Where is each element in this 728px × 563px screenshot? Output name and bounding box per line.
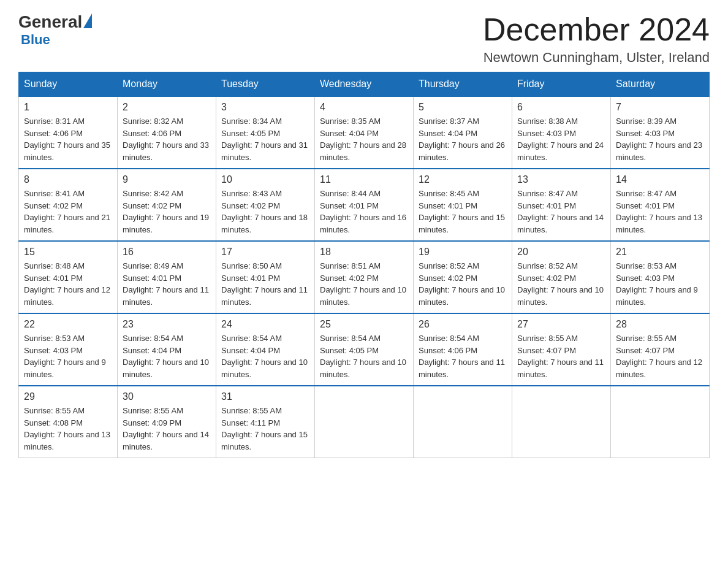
day-number: 5 (419, 102, 507, 113)
calendar-cell: 5 Sunrise: 8:37 AMSunset: 4:04 PMDayligh… (414, 96, 512, 169)
calendar-cell: 14 Sunrise: 8:47 AMSunset: 4:01 PMDaylig… (611, 169, 710, 241)
calendar-cell: 22 Sunrise: 8:53 AMSunset: 4:03 PMDaylig… (19, 313, 118, 386)
day-info: Sunrise: 8:55 AMSunset: 4:09 PMDaylight:… (123, 406, 209, 451)
day-number: 1 (24, 102, 112, 113)
week-row: 29 Sunrise: 8:55 AMSunset: 4:08 PMDaylig… (19, 386, 710, 458)
day-info: Sunrise: 8:51 AMSunset: 4:02 PMDaylight:… (320, 261, 406, 307)
month-title: December 2024 (483, 12, 710, 47)
day-number: 7 (616, 102, 704, 113)
day-info: Sunrise: 8:38 AMSunset: 4:03 PMDaylight:… (517, 117, 604, 162)
day-info: Sunrise: 8:49 AMSunset: 4:01 PMDaylight:… (123, 261, 209, 307)
week-row: 22 Sunrise: 8:53 AMSunset: 4:03 PMDaylig… (19, 313, 710, 386)
calendar-cell: 1 Sunrise: 8:31 AMSunset: 4:06 PMDayligh… (19, 96, 118, 169)
day-info: Sunrise: 8:52 AMSunset: 4:02 PMDaylight:… (419, 261, 505, 307)
day-info: Sunrise: 8:45 AMSunset: 4:01 PMDaylight:… (419, 189, 505, 234)
calendar-cell: 12 Sunrise: 8:45 AMSunset: 4:01 PMDaylig… (414, 169, 512, 241)
calendar-cell: 13 Sunrise: 8:47 AMSunset: 4:01 PMDaylig… (512, 169, 611, 241)
calendar-cell: 8 Sunrise: 8:41 AMSunset: 4:02 PMDayligh… (19, 169, 118, 241)
day-info: Sunrise: 8:31 AMSunset: 4:06 PMDaylight:… (24, 117, 110, 162)
calendar-cell: 15 Sunrise: 8:48 AMSunset: 4:01 PMDaylig… (19, 241, 118, 313)
calendar-cell: 10 Sunrise: 8:43 AMSunset: 4:02 PMDaylig… (216, 169, 315, 241)
day-info: Sunrise: 8:55 AMSunset: 4:11 PMDaylight:… (221, 406, 308, 451)
logo: General Blue (18, 12, 93, 48)
calendar-cell (512, 386, 611, 458)
day-number: 13 (517, 174, 605, 185)
day-number: 24 (221, 319, 309, 330)
day-info: Sunrise: 8:54 AMSunset: 4:04 PMDaylight:… (221, 334, 308, 379)
day-number: 16 (123, 247, 211, 258)
day-number: 27 (517, 319, 605, 330)
week-row: 15 Sunrise: 8:48 AMSunset: 4:01 PMDaylig… (19, 241, 710, 313)
calendar-cell: 25 Sunrise: 8:54 AMSunset: 4:05 PMDaylig… (315, 313, 414, 386)
calendar-cell: 29 Sunrise: 8:55 AMSunset: 4:08 PMDaylig… (19, 386, 118, 458)
calendar-cell: 26 Sunrise: 8:54 AMSunset: 4:06 PMDaylig… (414, 313, 512, 386)
calendar-cell: 28 Sunrise: 8:55 AMSunset: 4:07 PMDaylig… (611, 313, 710, 386)
day-number: 19 (419, 247, 507, 258)
calendar-cell: 19 Sunrise: 8:52 AMSunset: 4:02 PMDaylig… (414, 241, 512, 313)
day-info: Sunrise: 8:39 AMSunset: 4:03 PMDaylight:… (616, 117, 702, 162)
day-number: 26 (419, 319, 507, 330)
day-number: 6 (517, 102, 605, 113)
day-info: Sunrise: 8:53 AMSunset: 4:03 PMDaylight:… (24, 334, 106, 379)
day-info: Sunrise: 8:47 AMSunset: 4:01 PMDaylight:… (616, 189, 702, 234)
calendar-cell (315, 386, 414, 458)
week-row: 1 Sunrise: 8:31 AMSunset: 4:06 PMDayligh… (19, 96, 710, 169)
column-header-thursday: Thursday (414, 72, 512, 97)
day-number: 12 (419, 174, 507, 185)
calendar-cell: 11 Sunrise: 8:44 AMSunset: 4:01 PMDaylig… (315, 169, 414, 241)
calendar-cell: 17 Sunrise: 8:50 AMSunset: 4:01 PMDaylig… (216, 241, 315, 313)
day-number: 18 (320, 247, 408, 258)
calendar-cell: 21 Sunrise: 8:53 AMSunset: 4:03 PMDaylig… (611, 241, 710, 313)
week-row: 8 Sunrise: 8:41 AMSunset: 4:02 PMDayligh… (19, 169, 710, 241)
day-info: Sunrise: 8:34 AMSunset: 4:05 PMDaylight:… (221, 117, 308, 162)
calendar-cell: 7 Sunrise: 8:39 AMSunset: 4:03 PMDayligh… (611, 96, 710, 169)
column-header-sunday: Sunday (19, 72, 118, 97)
column-header-friday: Friday (512, 72, 611, 97)
day-info: Sunrise: 8:35 AMSunset: 4:04 PMDaylight:… (320, 117, 406, 162)
day-number: 28 (616, 319, 704, 330)
page-header: General Blue December 2024 Newtown Cunni… (18, 12, 710, 66)
title-block: December 2024 Newtown Cunningham, Ulster… (483, 12, 710, 66)
calendar-cell: 6 Sunrise: 8:38 AMSunset: 4:03 PMDayligh… (512, 96, 611, 169)
day-info: Sunrise: 8:48 AMSunset: 4:01 PMDaylight:… (24, 261, 110, 307)
day-number: 8 (24, 174, 112, 185)
calendar-cell: 31 Sunrise: 8:55 AMSunset: 4:11 PMDaylig… (216, 386, 315, 458)
calendar-cell (611, 386, 710, 458)
day-number: 23 (123, 319, 211, 330)
day-number: 21 (616, 247, 704, 258)
calendar-cell: 20 Sunrise: 8:52 AMSunset: 4:02 PMDaylig… (512, 241, 611, 313)
day-info: Sunrise: 8:55 AMSunset: 4:07 PMDaylight:… (616, 334, 702, 379)
calendar-cell: 3 Sunrise: 8:34 AMSunset: 4:05 PMDayligh… (216, 96, 315, 169)
day-info: Sunrise: 8:37 AMSunset: 4:04 PMDaylight:… (419, 117, 505, 162)
day-number: 17 (221, 247, 309, 258)
day-number: 9 (123, 174, 211, 185)
day-number: 2 (123, 102, 211, 113)
calendar-cell: 23 Sunrise: 8:54 AMSunset: 4:04 PMDaylig… (118, 313, 216, 386)
calendar-cell (414, 386, 512, 458)
day-number: 10 (221, 174, 309, 185)
column-header-saturday: Saturday (611, 72, 710, 97)
column-header-monday: Monday (118, 72, 216, 97)
day-number: 11 (320, 174, 408, 185)
day-info: Sunrise: 8:32 AMSunset: 4:06 PMDaylight:… (123, 117, 209, 162)
day-info: Sunrise: 8:53 AMSunset: 4:03 PMDaylight:… (616, 261, 698, 307)
day-info: Sunrise: 8:47 AMSunset: 4:01 PMDaylight:… (517, 189, 604, 234)
day-info: Sunrise: 8:43 AMSunset: 4:02 PMDaylight:… (221, 189, 308, 234)
calendar-cell: 30 Sunrise: 8:55 AMSunset: 4:09 PMDaylig… (118, 386, 216, 458)
day-number: 20 (517, 247, 605, 258)
day-number: 29 (24, 391, 112, 402)
calendar-cell: 2 Sunrise: 8:32 AMSunset: 4:06 PMDayligh… (118, 96, 216, 169)
day-info: Sunrise: 8:41 AMSunset: 4:02 PMDaylight:… (24, 189, 110, 234)
day-number: 31 (221, 391, 309, 402)
day-info: Sunrise: 8:50 AMSunset: 4:01 PMDaylight:… (221, 261, 308, 307)
logo-triangle-icon (83, 13, 92, 28)
calendar-table: SundayMondayTuesdayWednesdayThursdayFrid… (18, 72, 710, 458)
day-info: Sunrise: 8:44 AMSunset: 4:01 PMDaylight:… (320, 189, 406, 234)
calendar-cell: 24 Sunrise: 8:54 AMSunset: 4:04 PMDaylig… (216, 313, 315, 386)
day-info: Sunrise: 8:42 AMSunset: 4:02 PMDaylight:… (123, 189, 209, 234)
day-number: 15 (24, 247, 112, 258)
day-number: 25 (320, 319, 408, 330)
day-number: 22 (24, 319, 112, 330)
day-number: 3 (221, 102, 309, 113)
calendar-cell: 9 Sunrise: 8:42 AMSunset: 4:02 PMDayligh… (118, 169, 216, 241)
